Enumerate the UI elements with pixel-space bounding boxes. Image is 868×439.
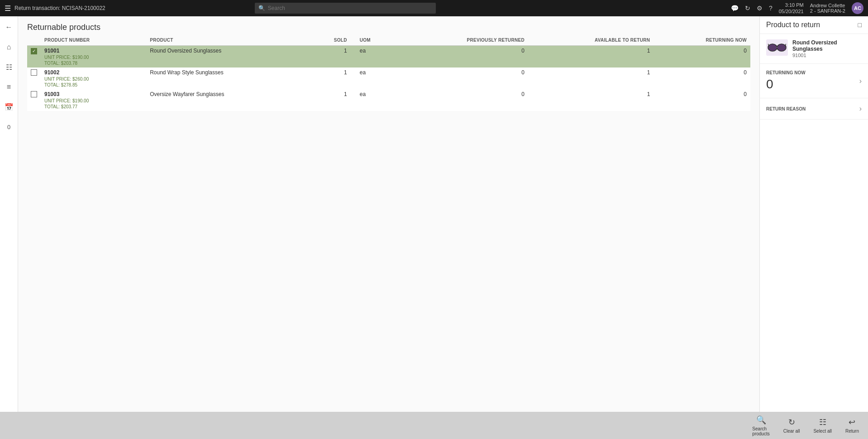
col-previously-returned: PREVIOUSLY RETURNED	[398, 35, 528, 46]
row-returning-now: 0	[653, 89, 750, 111]
table-row[interactable]: 91003 UNIT PRICE: $190.00 TOTAL: $203.77…	[27, 89, 750, 111]
col-product: PRODUCT	[146, 35, 310, 46]
page-title: Returnable products	[27, 23, 750, 32]
row-product-number: 91001 UNIT PRICE: $190.00 TOTAL: $203.78	[41, 46, 146, 68]
sidebar: ← ⌂ ☷ ≡ 📅 0	[0, 16, 18, 412]
return-reason-label: RETURN REASON	[766, 106, 806, 111]
clear-all-button[interactable]: ↻ Clear all	[783, 417, 800, 434]
row-available-to-return: 1	[528, 46, 653, 68]
row-checkbox[interactable]	[31, 69, 37, 76]
row-product-name: Round Oversized Sunglasses	[146, 46, 310, 68]
returning-now-value: 0	[766, 77, 806, 92]
svg-point-0	[768, 44, 777, 51]
panel-expand-icon[interactable]: □	[858, 21, 862, 29]
bottom-bar: 🔍 Searchproducts ↻ Clear all ☷ Select al…	[0, 412, 868, 439]
row-sold: 1	[310, 46, 351, 68]
sunglasses-image	[767, 40, 787, 55]
select-all-button[interactable]: ☷ Select all	[813, 417, 832, 434]
row-available-to-return: 1	[528, 68, 653, 89]
row-returning-now: 0	[653, 46, 750, 68]
sidebar-count-badge: 0	[2, 120, 16, 134]
search-icon: 🔍	[258, 5, 265, 11]
row-available-to-return: 1	[528, 89, 653, 111]
sidebar-grid-button[interactable]: ☷	[2, 60, 16, 74]
row-previously-returned: 0	[398, 46, 528, 68]
col-available-to-return: AVAILABLE TO RETURN	[528, 35, 653, 46]
col-sold: SOLD	[310, 35, 351, 46]
returning-now-chevron[interactable]: ›	[859, 77, 862, 85]
row-uom: ea	[351, 89, 398, 111]
row-checkbox[interactable]	[31, 48, 37, 54]
topbar-datetime: 3:10 PM 05/20/2021	[779, 2, 804, 15]
returning-now-label: RETURNING NOW	[766, 70, 806, 75]
row-previously-returned: 0	[398, 68, 528, 89]
search-products-label: Searchproducts	[752, 426, 769, 436]
content-area: Returnable products PRODUCT NUMBER PRODU…	[18, 16, 759, 412]
clear-all-icon: ↻	[788, 417, 795, 427]
row-uom: ea	[351, 46, 398, 68]
help-icon[interactable]: ?	[769, 5, 773, 12]
row-sold: 1	[310, 68, 351, 89]
sidebar-bag-button[interactable]: 📅	[2, 100, 16, 114]
chat-icon[interactable]: 💬	[731, 5, 739, 12]
return-button[interactable]: ↩ Return	[845, 417, 859, 434]
clear-all-label: Clear all	[783, 429, 800, 434]
return-reason-chevron[interactable]: ›	[859, 105, 862, 113]
table-container: PRODUCT NUMBER PRODUCT SOLD UOM PREVIOUS…	[18, 35, 759, 412]
row-sold: 1	[310, 89, 351, 111]
sidebar-list-button[interactable]: ≡	[2, 80, 16, 94]
right-panel-header: Product to return □	[760, 16, 868, 34]
returning-now-info: RETURNING NOW 0	[766, 70, 806, 92]
sidebar-back-button[interactable]: ←	[2, 20, 16, 34]
table-header: PRODUCT NUMBER PRODUCT SOLD UOM PREVIOUS…	[27, 35, 750, 46]
product-info-right: Round Oversized Sunglasses 91001	[792, 39, 862, 58]
topbar-search-input[interactable]	[268, 5, 432, 11]
table-row[interactable]: 91002 UNIT PRICE: $260.00 TOTAL: $278.85…	[27, 68, 750, 89]
row-product-name: Oversize Wayfarer Sunglasses	[146, 89, 310, 111]
table-row[interactable]: 91001 UNIT PRICE: $190.00 TOTAL: $203.78…	[27, 46, 750, 68]
hamburger-icon[interactable]: ☰	[5, 4, 11, 13]
topbar-search-box[interactable]: 🔍	[255, 3, 436, 14]
col-returning-now: RETURNING NOW	[653, 35, 750, 46]
row-product-number: 91003 UNIT PRICE: $190.00 TOTAL: $203.77	[41, 89, 146, 111]
topbar-username: Andrew Collette 2 - SANFRAN-2	[810, 3, 845, 14]
row-returning-now: 0	[653, 68, 750, 89]
product-preview: Round Oversized Sunglasses 91001	[760, 34, 868, 64]
returning-now-section: RETURNING NOW 0 ›	[760, 64, 868, 98]
row-product-number: 91002 UNIT PRICE: $260.00 TOTAL: $278.85	[41, 68, 146, 89]
search-products-icon: 🔍	[756, 415, 766, 425]
user-avatar[interactable]: AC	[852, 2, 863, 14]
row-product-name: Round Wrap Style Sunglasses	[146, 68, 310, 89]
table-body: 91001 UNIT PRICE: $190.00 TOTAL: $203.78…	[27, 46, 750, 111]
topbar-title: Return transaction: NCISAN-2100022	[14, 5, 105, 11]
page-header: Returnable products	[18, 16, 759, 35]
right-panel-title: Product to return	[766, 21, 820, 29]
return-icon: ↩	[849, 417, 855, 427]
products-table: PRODUCT NUMBER PRODUCT SOLD UOM PREVIOUS…	[27, 35, 750, 111]
row-checkbox-cell[interactable]	[27, 68, 41, 89]
return-label: Return	[845, 429, 859, 434]
refresh-icon[interactable]: ↻	[745, 5, 750, 12]
select-all-label: Select all	[813, 429, 832, 434]
col-product-number: PRODUCT NUMBER	[41, 35, 146, 46]
right-panel: Product to return □ Round Oversized Sung…	[759, 16, 868, 412]
product-name-label: Round Oversized Sunglasses	[792, 39, 862, 52]
select-all-icon: ☷	[819, 417, 826, 427]
search-products-button[interactable]: 🔍 Searchproducts	[752, 415, 769, 436]
row-checkbox-cell[interactable]	[27, 89, 41, 111]
main-container: ← ⌂ ☷ ≡ 📅 0 Returnable products PRODUCT …	[0, 16, 868, 412]
topbar: ☰ Return transaction: NCISAN-2100022 🔍 💬…	[0, 0, 868, 16]
sidebar-home-button[interactable]: ⌂	[2, 40, 16, 54]
col-uom: UOM	[351, 35, 398, 46]
svg-point-1	[777, 44, 786, 51]
row-checkbox-cell[interactable]	[27, 46, 41, 68]
row-previously-returned: 0	[398, 89, 528, 111]
product-thumbnail	[766, 39, 788, 56]
row-uom: ea	[351, 68, 398, 89]
row-checkbox[interactable]	[31, 91, 37, 97]
return-reason-section[interactable]: RETURN REASON ›	[760, 98, 868, 120]
product-number-label: 91001	[792, 53, 862, 58]
topbar-icons: 💬 ↻ ⚙ ? 3:10 PM 05/20/2021 Andrew Collet…	[731, 2, 863, 15]
settings-icon[interactable]: ⚙	[757, 5, 763, 12]
